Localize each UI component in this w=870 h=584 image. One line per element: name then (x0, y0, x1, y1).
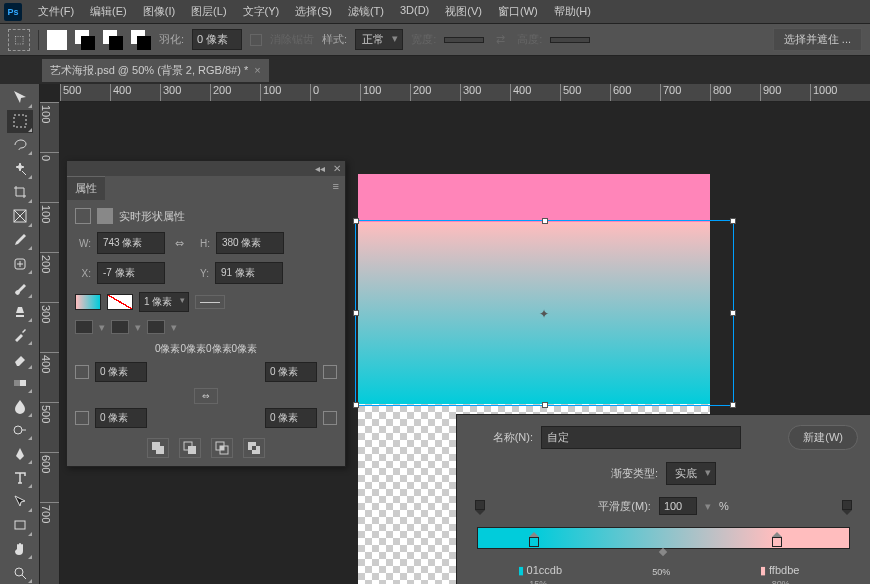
pathop-intersect-icon[interactable] (211, 438, 233, 458)
select-and-mask-button[interactable]: 选择并遮住 ... (773, 28, 862, 51)
opacity-stop-right[interactable] (842, 515, 852, 529)
properties-panel: ◂◂ ✕ 属性 ≡ 实时形状属性 W: 743 像素 ⇔ H: 380 像素 (66, 160, 346, 467)
handle-mid-left[interactable] (353, 310, 359, 316)
move-tool[interactable] (7, 86, 33, 109)
gradient-tool[interactable] (7, 371, 33, 394)
menu-窗口[interactable]: 窗口(W) (490, 1, 546, 22)
style-select[interactable]: 正常 (355, 29, 403, 50)
hand-tool[interactable] (7, 538, 33, 561)
handle-mid-right[interactable] (730, 310, 736, 316)
close-panel-icon[interactable]: ✕ (333, 163, 341, 174)
height-field[interactable]: 380 像素 (216, 232, 284, 254)
corner-tr-icon[interactable] (323, 365, 337, 379)
selection-intersect-icon[interactable] (131, 30, 151, 50)
menu-图像[interactable]: 图像(I) (135, 1, 183, 22)
color-stop-2[interactable] (772, 547, 782, 561)
stroke-cap-select[interactable] (111, 320, 129, 334)
history-brush-tool[interactable] (7, 324, 33, 347)
selection-new-icon[interactable] (47, 30, 67, 50)
transform-bounds[interactable]: ✦ (355, 220, 734, 406)
link-corners-icon[interactable]: ⇔ (194, 388, 218, 404)
zoom-tool[interactable] (7, 561, 33, 584)
handle-bot-left[interactable] (353, 402, 359, 408)
svg-point-5 (14, 426, 22, 434)
gradient-bar[interactable]: ▮ 01ccdb 15% 50% ▮ ffbdbe 80% (477, 527, 850, 549)
pen-tool[interactable] (7, 442, 33, 465)
panel-menu-icon[interactable]: ≡ (327, 176, 345, 196)
stroke-width-select[interactable]: 1 像素 (139, 292, 189, 312)
corner-tl-field[interactable]: 0 像素 (95, 362, 147, 382)
pathop-subtract-icon[interactable] (179, 438, 201, 458)
frame-tool[interactable] (7, 205, 33, 228)
selection-subtract-icon[interactable] (103, 30, 123, 50)
color-stop-1[interactable] (529, 547, 539, 561)
width-field[interactable]: 743 像素 (97, 232, 165, 254)
svg-rect-9 (156, 446, 164, 454)
stroke-style-select[interactable] (195, 295, 225, 309)
menu-选择[interactable]: 选择(S) (287, 1, 340, 22)
magic-wand-tool[interactable] (7, 157, 33, 180)
menu-3D[interactable]: 3D(D) (392, 1, 437, 22)
corner-br-icon[interactable] (323, 411, 337, 425)
tool-preset-icon[interactable]: ⬚ (8, 29, 30, 51)
canvas-area: 5004003002001000100200300400500600700800… (40, 84, 870, 584)
menu-图层[interactable]: 图层(L) (183, 1, 234, 22)
handle-bot-mid[interactable] (542, 402, 548, 408)
opacity-stop-left[interactable] (475, 515, 485, 529)
corner-bl-icon[interactable] (75, 411, 89, 425)
smoothness-label: 平滑度(M): (598, 499, 651, 514)
handle-bot-right[interactable] (730, 402, 736, 408)
path-selection-tool[interactable] (7, 490, 33, 513)
name-input[interactable]: 自定 (541, 426, 741, 449)
eyedropper-tool[interactable] (7, 229, 33, 252)
eraser-tool[interactable] (7, 347, 33, 370)
x-field[interactable]: -7 像素 (97, 262, 165, 284)
close-tab-icon[interactable]: × (254, 64, 260, 76)
link-wh-icon[interactable]: ⇔ (171, 237, 188, 250)
menu-帮助[interactable]: 帮助(H) (546, 1, 599, 22)
clone-stamp-tool[interactable] (7, 300, 33, 323)
antialias-checkbox[interactable] (250, 34, 262, 46)
document-tab-label: 艺术海报.psd @ 50% (背景 2, RGB/8#) * (50, 63, 248, 78)
pathop-combine-icon[interactable] (147, 438, 169, 458)
menu-视图[interactable]: 视图(V) (437, 1, 490, 22)
healing-brush-tool[interactable] (7, 252, 33, 275)
selection-add-icon[interactable] (75, 30, 95, 50)
corner-bl-field[interactable]: 0 像素 (95, 408, 147, 428)
pathop-exclude-icon[interactable] (243, 438, 265, 458)
brush-tool[interactable] (7, 276, 33, 299)
document-tab[interactable]: 艺术海报.psd @ 50% (背景 2, RGB/8#) * × (42, 59, 269, 82)
collapse-panel-icon[interactable]: ◂◂ (315, 163, 325, 174)
stroke-swatch[interactable] (107, 294, 133, 310)
menu-文字[interactable]: 文字(Y) (235, 1, 288, 22)
midpoint-diamond[interactable] (659, 548, 667, 556)
corner-tl-icon[interactable] (75, 365, 89, 379)
svg-rect-6 (15, 521, 25, 529)
handle-top-left[interactable] (353, 218, 359, 224)
lasso-tool[interactable] (7, 134, 33, 157)
rectangle-tool[interactable] (7, 514, 33, 537)
dodge-tool[interactable] (7, 419, 33, 442)
menu-文件[interactable]: 文件(F) (30, 1, 82, 22)
type-tool[interactable] (7, 466, 33, 489)
blur-tool[interactable] (7, 395, 33, 418)
stroke-join-select[interactable] (147, 320, 165, 334)
y-field[interactable]: 91 像素 (215, 262, 283, 284)
pink-rectangle (358, 174, 710, 222)
smoothness-input[interactable]: 100 (659, 497, 697, 515)
stroke-align-select[interactable] (75, 320, 93, 334)
menu-滤镜[interactable]: 滤镜(T) (340, 1, 392, 22)
menu-编辑[interactable]: 编辑(E) (82, 1, 135, 22)
marquee-tool[interactable] (7, 110, 33, 133)
properties-tab[interactable]: 属性 (67, 176, 105, 200)
fill-swatch[interactable] (75, 294, 101, 310)
gradient-type-select[interactable]: 实底 (666, 462, 716, 485)
feather-label: 羽化: (159, 32, 184, 47)
feather-input[interactable]: 0 像素 (192, 29, 242, 50)
handle-top-mid[interactable] (542, 218, 548, 224)
new-button[interactable]: 新建(W) (788, 425, 858, 450)
corner-br-field[interactable]: 0 像素 (265, 408, 317, 428)
crop-tool[interactable] (7, 181, 33, 204)
handle-top-right[interactable] (730, 218, 736, 224)
corner-tr-field[interactable]: 0 像素 (265, 362, 317, 382)
